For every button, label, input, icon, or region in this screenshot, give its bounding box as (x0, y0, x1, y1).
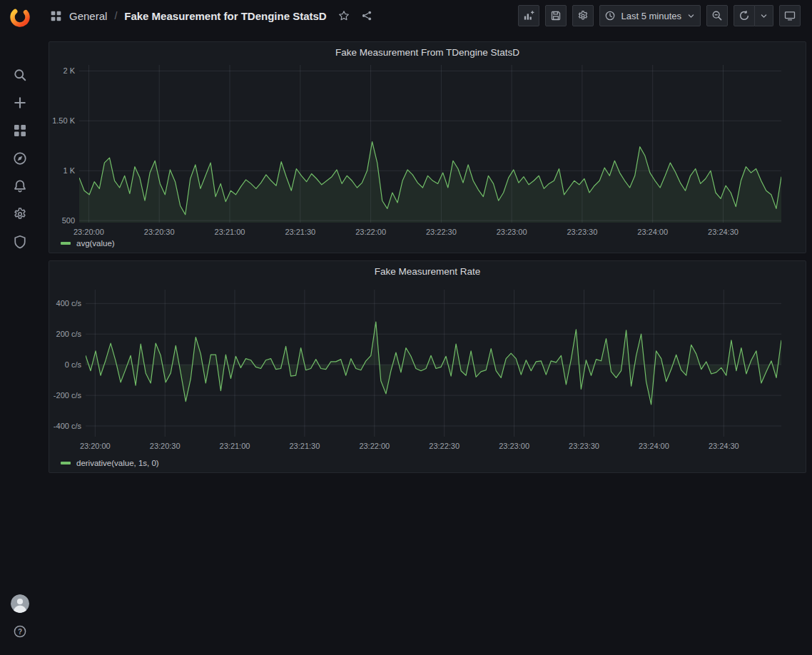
time-range-label: Last 5 minutes (621, 11, 681, 21)
x-tick-label: 23:22:30 (426, 228, 457, 236)
panel-title[interactable]: Fake Measurement From TDengine StatsD (49, 42, 806, 62)
plot-area[interactable] (86, 290, 781, 437)
add-panel-icon (523, 10, 534, 21)
legend-series-swatch (61, 242, 71, 245)
svg-text:?: ? (17, 627, 21, 635)
dashboard-canvas: Fake Measurement From TDengine StatsD av… (39, 31, 812, 655)
legend-series-swatch (61, 462, 71, 464)
y-tick-label: 0 c/s (65, 360, 81, 369)
save-dashboard-button[interactable] (545, 5, 567, 26)
x-tick-label: 23:24:30 (708, 228, 739, 236)
plot-area[interactable] (79, 65, 781, 223)
dashboard-settings-gear-icon (577, 10, 589, 21)
dashboard-title: Fake Measurement for TDengine StatsD (124, 10, 326, 22)
x-tick-label: 23:24:30 (709, 442, 739, 450)
clock-icon (604, 10, 616, 21)
y-tick-label: 2 K (63, 66, 75, 75)
time-range-picker[interactable]: Last 5 minutes (599, 5, 701, 26)
sidebar-item-search[interactable] (0, 61, 39, 88)
save-dashboard-icon (550, 10, 562, 21)
breadcrumb-folder[interactable]: General (69, 10, 107, 22)
chevron-down-icon (759, 11, 768, 21)
sidebar-item-explore[interactable] (0, 144, 39, 172)
x-tick-label: 23:20:30 (144, 228, 175, 236)
toolbar: Last 5 minutes (518, 5, 801, 26)
x-tick-label: 23:22:00 (359, 442, 390, 450)
help-icon: ? (13, 624, 27, 639)
dashboards-grid-icon (13, 123, 27, 138)
x-tick-label: 23:20:00 (80, 442, 111, 450)
explore-compass-icon (13, 151, 27, 166)
x-tick-label: 23:24:00 (639, 442, 669, 450)
x-tick-label: 23:21:00 (215, 228, 245, 236)
sidebar-bottom: ? (0, 589, 39, 645)
sidebar-item-dashboards[interactable] (0, 116, 39, 144)
dashboards-grid-icon (50, 10, 62, 22)
x-tick-label: 23:21:30 (289, 442, 320, 450)
cycle-view-monitor-icon (784, 10, 796, 21)
plus-icon (13, 96, 27, 110)
x-tick-label: 23:20:30 (150, 442, 181, 450)
x-tick-label: 23:21:30 (285, 228, 315, 236)
x-tick-label: 23:24:00 (637, 228, 668, 236)
y-tick-label: -400 c/s (54, 422, 81, 430)
breadcrumb: General / Fake Measurement for TDengine … (50, 10, 518, 22)
sidebar-item-alerting[interactable] (0, 172, 39, 200)
y-tick-label: 400 c/s (56, 299, 81, 308)
x-tick-label: 23:20:00 (73, 228, 104, 236)
add-panel-button[interactable] (518, 5, 539, 26)
legend-series-label: derivative(value, 1s, 0) (76, 459, 159, 467)
y-tick-label: 1 K (63, 166, 75, 175)
breadcrumb-separator: / (114, 10, 117, 21)
refresh-button-group (734, 5, 773, 26)
sidebar-menu (0, 61, 39, 255)
x-tick-label: 23:23:30 (567, 228, 597, 236)
sidebar-item-create[interactable] (0, 88, 39, 116)
dashboard-settings-button[interactable] (572, 5, 594, 26)
legend-item[interactable]: derivative(value, 1s, 0) (61, 459, 159, 467)
alerting-bell-icon (13, 179, 27, 193)
chart-svg (86, 290, 781, 437)
share-icon (361, 10, 372, 21)
refresh-interval-dropdown[interactable] (755, 5, 773, 26)
refresh-icon (739, 10, 750, 21)
user-avatar (11, 594, 29, 613)
legend-series-label: avg(value) (76, 239, 115, 248)
y-tick-label: 200 c/s (56, 330, 81, 338)
y-tick-label: -200 c/s (54, 391, 81, 400)
sidebar-item-profile[interactable] (0, 589, 39, 617)
star-dashboard-button[interactable] (338, 10, 350, 21)
configuration-gear-icon (13, 207, 27, 221)
x-tick-label: 23:22:30 (429, 442, 460, 450)
share-dashboard-button[interactable] (361, 10, 372, 21)
server-admin-shield-icon (13, 235, 27, 249)
search-icon (13, 68, 27, 82)
x-tick-label: 23:21:00 (220, 442, 250, 450)
chart-svg (79, 65, 781, 223)
x-tick-label: 23:23:00 (499, 442, 529, 450)
y-tick-label: 1.50 K (52, 116, 75, 125)
panel-title[interactable]: Fake Measurement Rate (49, 261, 806, 281)
sidebar-item-server-admin[interactable] (0, 228, 39, 255)
sidebar-item-help[interactable]: ? (0, 617, 39, 645)
sidebar-item-configuration[interactable] (0, 200, 39, 228)
zoom-out-time-button[interactable] (706, 5, 728, 26)
x-tick-label: 23:22:00 (355, 228, 386, 236)
legend-item[interactable]: avg(value) (61, 239, 115, 248)
sidebar: ? (0, 0, 39, 655)
y-tick-label: 500 (62, 216, 75, 225)
x-tick-label: 23:23:30 (569, 442, 599, 450)
zoom-out-icon (711, 10, 723, 21)
cycle-view-mode-button[interactable] (779, 5, 801, 26)
topbar: General / Fake Measurement for TDengine … (39, 0, 812, 31)
grafana-logo[interactable] (8, 5, 32, 29)
refresh-dashboard-button[interactable] (734, 5, 755, 26)
panel-fake-measurement-rate: Fake Measurement Rate derivative(value, … (49, 260, 806, 473)
chevron-down-icon (686, 11, 696, 21)
panel-fake-measurement: Fake Measurement From TDengine StatsD av… (49, 41, 806, 253)
x-tick-label: 23:23:00 (497, 228, 527, 236)
grafana-logo-icon (9, 6, 31, 28)
star-icon (338, 10, 350, 21)
